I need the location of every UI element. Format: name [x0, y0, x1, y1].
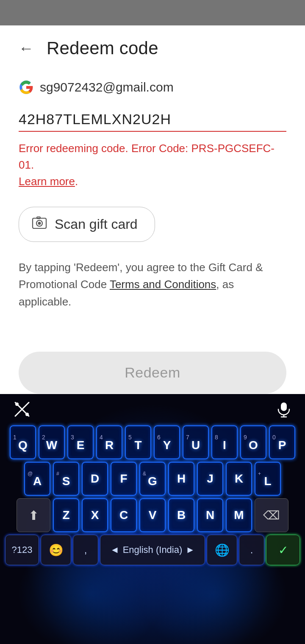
emoji-label: 😊 — [41, 535, 71, 565]
key-Q[interactable]: 1Q — [10, 425, 36, 459]
error-text: Error redeeming code. Error Code: PRS-PG… — [19, 142, 274, 171]
key-U[interactable]: 7U — [183, 425, 209, 459]
terms-link[interactable]: Terms and Conditions — [110, 278, 216, 291]
back-button[interactable]: ← — [19, 41, 34, 56]
scan-btn-label: Scan gift card — [55, 217, 138, 232]
key-K[interactable]: K — [226, 462, 252, 496]
keyboard: 1Q 2W 3E 4R 5T 6Y 7U 8I 9O 0P @A #S D F … — [0, 394, 305, 644]
key-R[interactable]: 4R — [96, 425, 122, 459]
google-logo-icon — [19, 80, 34, 95]
redeem-button[interactable]: Redeem — [19, 352, 286, 394]
learn-more-link[interactable]: Learn more — [19, 175, 75, 188]
keyboard-bottom-row: ?123 😊 , ◄ English (India) ► 🌐 — [3, 535, 302, 565]
code-input-wrapper — [19, 108, 286, 132]
key-S[interactable]: #S — [53, 462, 79, 496]
page-title: Redeem code — [47, 38, 158, 58]
key-H[interactable]: H — [168, 462, 194, 496]
keyboard-rows: 1Q 2W 3E 4R 5T 6Y 7U 8I 9O 0P @A #S D F … — [0, 425, 305, 565]
camera-icon — [32, 215, 47, 234]
key-globe[interactable]: 🌐 — [207, 535, 237, 565]
key-D[interactable]: D — [82, 462, 108, 496]
key-emoji[interactable]: 😊 — [41, 535, 71, 565]
key-E[interactable]: 3E — [67, 425, 94, 459]
key-V[interactable]: V — [139, 498, 166, 532]
header: ← Redeem code — [19, 38, 286, 58]
status-bar — [0, 0, 305, 25]
redeem-area: Redeem — [0, 352, 305, 394]
main-content: ← Redeem code sg9072432@gmail.com Error … — [0, 25, 305, 310]
terms-text: By tapping 'Redeem', you agree to the Gi… — [19, 259, 286, 310]
key-nums[interactable]: ?123 — [5, 535, 39, 565]
key-O[interactable]: 9O — [240, 425, 266, 459]
key-T[interactable]: 5T — [125, 425, 151, 459]
nums-label: ?123 — [5, 535, 39, 565]
keyboard-settings-icon[interactable] — [13, 400, 31, 422]
key-I[interactable]: 8I — [211, 425, 238, 459]
spacebar[interactable]: ◄ English (India) ► — [100, 535, 205, 565]
period-label: . — [239, 535, 264, 565]
code-input[interactable] — [19, 108, 286, 132]
delete-key[interactable]: ⌫ — [255, 498, 288, 532]
keyboard-mic-icon[interactable] — [275, 401, 292, 421]
key-period[interactable]: . — [239, 535, 264, 565]
key-P[interactable]: 0P — [269, 425, 295, 459]
svg-point-6 — [15, 402, 19, 406]
keyboard-toolbar — [0, 394, 305, 425]
spacebar-label: ◄ English (India) ► — [100, 535, 205, 565]
shift-key[interactable]: ⬆ — [17, 498, 50, 532]
account-email: sg9072432@gmail.com — [40, 80, 174, 94]
key-Y[interactable]: 6Y — [154, 425, 180, 459]
scan-gift-card-button[interactable]: Scan gift card — [19, 207, 155, 242]
key-comma[interactable]: , — [73, 535, 98, 565]
key-W[interactable]: 2W — [39, 425, 65, 459]
svg-rect-8 — [281, 402, 287, 411]
account-row: sg9072432@gmail.com — [19, 80, 286, 95]
spacebar-right-arrow: ► — [186, 544, 195, 555]
svg-point-7 — [25, 413, 29, 416]
svg-point-3 — [38, 222, 41, 225]
key-F[interactable]: F — [111, 462, 137, 496]
keyboard-row-3: ⬆ Z X C V B N M ⌫ — [3, 498, 302, 532]
keyboard-row-1: 1Q 2W 3E 4R 5T 6Y 7U 8I 9O 0P — [3, 425, 302, 459]
key-A[interactable]: @A — [24, 462, 50, 496]
key-J[interactable]: J — [197, 462, 223, 496]
spacebar-left-arrow: ◄ — [110, 544, 119, 555]
error-message: Error redeeming code. Error Code: PRS-PG… — [19, 140, 286, 190]
key-G[interactable]: &G — [139, 462, 166, 496]
key-C[interactable]: C — [111, 498, 137, 532]
key-L[interactable]: +L — [255, 462, 281, 496]
key-X[interactable]: X — [82, 498, 108, 532]
key-enter[interactable]: ✓ — [266, 535, 300, 565]
key-B[interactable]: B — [168, 498, 194, 532]
spacebar-text: English (India) — [123, 544, 183, 555]
key-Z[interactable]: Z — [53, 498, 79, 532]
error-period: . — [75, 175, 78, 188]
enter-label: ✓ — [266, 535, 300, 565]
keyboard-row-2: @A #S D F &G H J K +L — [3, 462, 302, 496]
globe-label: 🌐 — [207, 535, 237, 565]
comma-label: , — [73, 535, 98, 565]
key-N[interactable]: N — [197, 498, 223, 532]
key-M[interactable]: M — [226, 498, 252, 532]
